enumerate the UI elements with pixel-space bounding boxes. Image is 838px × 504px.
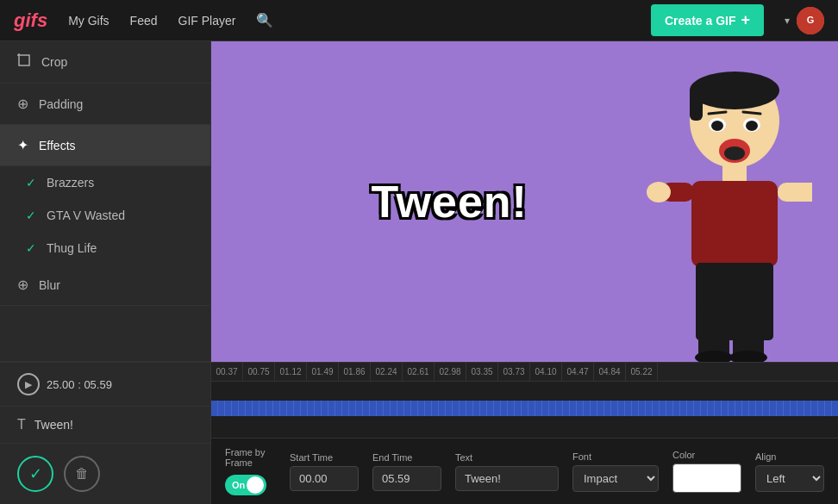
toggle-on-label: On (227, 480, 245, 490)
text-group: Text (455, 452, 559, 491)
timeline-tick: 02.98 (435, 363, 466, 381)
timeline-tick: 02.61 (403, 363, 435, 381)
font-group: Font Impact Arial Times New Roman Comic … (572, 451, 659, 492)
confirm-button[interactable]: ✓ (17, 456, 53, 492)
logo[interactable]: gifs (14, 9, 47, 32)
font-select[interactable]: Impact Arial Times New Roman Comic Sans … (572, 465, 659, 492)
sidebar-subitem-gta-v-wasted[interactable]: ✓ GTA V Wasted (0, 199, 210, 232)
sidebar-subitem-brazzers[interactable]: ✓ Brazzers (0, 166, 210, 199)
padding-icon: ⊕ (17, 96, 28, 112)
text-label: Text (455, 452, 559, 463)
timeline: 00.3700.7501.1201.4901.8602.2402.6102.98… (211, 362, 838, 438)
sidebar: Crop ⊕ Padding ✦ Effects ✓ Brazzers ✓ GT… (0, 41, 211, 504)
tween-label-row: T Tween! (0, 407, 210, 444)
create-gif-button[interactable]: Create a GIF + (651, 4, 764, 36)
end-time-label: End Time (372, 452, 441, 463)
gif-preview: Tween! (211, 41, 838, 362)
timeline-tick: 03.73 (498, 363, 530, 381)
check-gta-icon: ✓ (26, 208, 36, 222)
sidebar-item-crop[interactable]: Crop (0, 41, 210, 84)
svg-rect-16 (722, 164, 747, 183)
end-time-group: End Time (372, 452, 441, 491)
topnav: gifs My Gifs Feed GIF Player 🔍 Create a … (0, 0, 838, 41)
nav-gif-player[interactable]: GIF Player (178, 14, 236, 28)
sidebar-item-crop-label: Crop (41, 55, 67, 69)
text-icon: T (17, 417, 26, 432)
timeline-tick: 04.84 (594, 363, 626, 381)
preview-area: Tween! (211, 41, 838, 504)
svg-point-19 (647, 182, 671, 202)
plus-icon: + (741, 11, 750, 29)
color-picker[interactable] (672, 464, 741, 493)
playback-row: ▶ 25.00 : 05.59 (0, 362, 210, 407)
svg-rect-22 (698, 310, 729, 358)
sidebar-subitem-thug-life[interactable]: ✓ Thug Life (0, 232, 210, 264)
search-icon[interactable]: 🔍 (256, 12, 273, 28)
timeline-tick: 04.47 (562, 363, 594, 381)
main-content: Crop ⊕ Padding ✦ Effects ✓ Brazzers ✓ GT… (0, 41, 838, 504)
sidebar-item-blur-label: Blur (39, 278, 60, 292)
svg-rect-7 (690, 86, 703, 121)
blur-icon: ⊕ (17, 277, 28, 293)
timeline-tick: 04.10 (530, 363, 562, 381)
nav-my-gifs[interactable]: My Gifs (68, 14, 109, 28)
timeline-tick: 01.49 (307, 363, 339, 381)
align-label: Align (755, 451, 824, 462)
check-brazzers-icon: ✓ (26, 176, 36, 190)
crop-icon (17, 53, 31, 71)
confirm-icon: ✓ (29, 464, 42, 483)
start-time-label: Start Time (290, 452, 359, 463)
timeline-tick: 00.75 (243, 363, 275, 381)
svg-rect-23 (733, 310, 764, 358)
playback-current: 25.00 : 05.59 (47, 378, 112, 391)
sidebar-subitem-brazzers-label: Brazzers (47, 176, 94, 190)
trash-icon: 🗑 (75, 466, 89, 482)
svg-point-11 (746, 121, 758, 131)
align-select[interactable]: Left Center Right (755, 465, 824, 492)
color-label: Color (672, 450, 741, 460)
timeline-tick: 02.24 (371, 363, 403, 381)
frame-by-frame-group: Frame by Frame On (225, 447, 276, 495)
timeline-tick: 05.22 (626, 363, 658, 381)
tween-overlay-text: Tween! (372, 176, 528, 227)
svg-line-15 (743, 112, 760, 114)
svg-point-10 (711, 121, 723, 131)
end-time-input[interactable] (372, 466, 441, 491)
align-group: Align Left Center Right (755, 451, 824, 492)
start-time-input[interactable] (290, 466, 359, 491)
text-input[interactable] (455, 466, 559, 491)
color-group: Color (672, 450, 741, 493)
check-thug-icon: ✓ (26, 241, 36, 255)
sidebar-item-blur[interactable]: ⊕ Blur (0, 264, 210, 306)
avatar: G (797, 7, 824, 34)
play-button[interactable]: ▶ (17, 373, 40, 395)
start-time-group: Start Time (290, 452, 359, 491)
sidebar-subitem-gta-label: GTA V Wasted (47, 208, 125, 222)
action-buttons: ✓ 🗑 (0, 444, 210, 504)
chevron-down-icon: ▾ (785, 15, 790, 27)
toggle-knob (247, 476, 264, 494)
timeline-blue-bar[interactable] (211, 401, 838, 416)
timeline-ruler: 00.3700.7501.1201.4901.8602.2402.6102.98… (211, 363, 838, 382)
svg-rect-20 (778, 183, 812, 202)
frame-by-frame-toggle[interactable]: On (225, 475, 266, 495)
timeline-tick: 03.35 (466, 363, 498, 381)
svg-point-13 (724, 146, 745, 160)
character-figure (640, 69, 812, 362)
font-label: Font (572, 451, 659, 462)
sidebar-item-padding[interactable]: ⊕ Padding (0, 84, 210, 125)
toggle-wrap[interactable]: On (225, 475, 276, 495)
nav-feed[interactable]: Feed (130, 14, 158, 28)
sidebar-item-padding-label: Padding (39, 97, 83, 111)
create-gif-label: Create a GIF (665, 14, 735, 28)
frame-by-frame-label: Frame by Frame (225, 447, 276, 468)
sidebar-item-effects[interactable]: ✦ Effects (0, 125, 210, 166)
timeline-tick: 01.86 (339, 363, 371, 381)
svg-rect-17 (691, 181, 778, 267)
tween-label: Tween! (34, 418, 73, 432)
svg-rect-2 (19, 55, 29, 65)
delete-button[interactable]: 🗑 (64, 456, 100, 492)
effects-icon: ✦ (17, 137, 28, 153)
svg-point-6 (690, 72, 779, 109)
avatar-area[interactable]: ▾ G (785, 7, 824, 34)
